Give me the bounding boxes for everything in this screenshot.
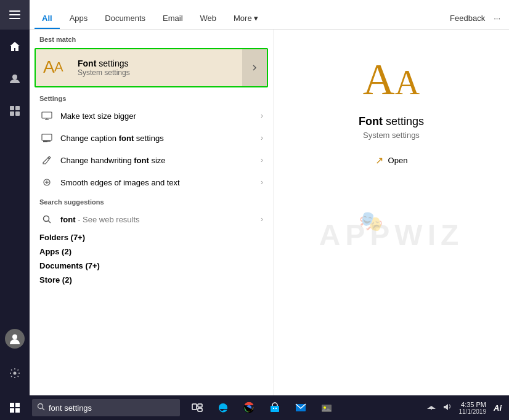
tab-all[interactable]: All: [35, 9, 60, 29]
result-arrow-4: ›: [261, 178, 263, 187]
taskbar-volume-icon[interactable]: [441, 403, 454, 413]
svg-rect-1: [9, 14, 20, 15]
taskbar-network-icon[interactable]: [425, 403, 438, 413]
preview-subtitle: System settings: [363, 131, 420, 140]
svg-rect-35: [273, 408, 274, 409]
category-folders[interactable]: Folders (7+): [30, 230, 273, 244]
feedback-button[interactable]: Feedback: [450, 14, 485, 23]
svg-rect-2: [9, 18, 20, 19]
more-button[interactable]: ···: [490, 12, 504, 24]
category-documents[interactable]: Documents (7+): [30, 259, 273, 273]
result-arrow-2: ›: [261, 134, 263, 142]
open-button[interactable]: ↗ Open: [375, 155, 408, 166]
taskbar-mail[interactable]: [288, 395, 313, 420]
tabs-right: Feedback ···: [450, 12, 504, 29]
svg-rect-27: [15, 408, 20, 413]
tab-documents[interactable]: Documents: [97, 9, 153, 29]
taskbar-photos[interactable]: [314, 395, 339, 420]
svg-rect-6: [10, 111, 14, 116]
best-match-arrow[interactable]: [242, 49, 267, 86]
smooth-edges-text: Smooth edges of images and text: [60, 178, 261, 187]
tab-apps[interactable]: Apps: [62, 9, 96, 29]
sidebar-user-icon[interactable]: [0, 64, 30, 94]
taskbar-ai-label[interactable]: Ai: [491, 403, 504, 413]
category-store[interactable]: Store (2): [30, 273, 273, 287]
taskbar-time[interactable]: 4:35 PM 11/1/2019: [457, 401, 489, 415]
svg-point-9: [14, 372, 17, 375]
tabs-bar: All Apps Documents Email Web More ▾ Feed…: [30, 0, 509, 30]
svg-rect-5: [15, 106, 20, 110]
tab-more[interactable]: More ▾: [226, 9, 266, 29]
sidebar: [0, 0, 30, 420]
taskbar-apps: [185, 395, 339, 420]
main-area: All Apps Documents Email Web More ▾ Feed…: [30, 0, 509, 420]
taskbar: font settings: [0, 395, 509, 420]
result-handwriting-font[interactable]: Change handwriting font size ›: [30, 149, 273, 171]
svg-point-22: [44, 216, 49, 222]
monitor-icon: [39, 108, 54, 123]
content-area: Best match A A Font settings System sett…: [30, 30, 509, 420]
tab-web[interactable]: Web: [193, 9, 224, 29]
svg-point-3: [12, 75, 17, 79]
caption-font-text: Change caption font settings: [60, 134, 261, 143]
result-arrow-1: ›: [261, 111, 263, 120]
user-avatar: [5, 329, 25, 349]
make-text-bigger-text: Make text size bigger: [60, 111, 261, 121]
result-smooth-edges[interactable]: Smooth edges of images and text ›: [30, 171, 273, 193]
svg-text:A: A: [54, 59, 63, 75]
font-settings-icon: A A: [36, 49, 73, 86]
svg-rect-26: [10, 408, 14, 413]
search-icon: [39, 212, 54, 227]
svg-rect-30: [192, 404, 197, 410]
taskbar-edge[interactable]: [211, 395, 235, 420]
svg-point-28: [38, 404, 43, 409]
result-arrow-3: ›: [261, 156, 263, 164]
taskbar-search-text: font settings: [49, 403, 92, 413]
sidebar-apps-icon[interactable]: [0, 96, 30, 126]
taskbar-chrome[interactable]: [237, 395, 261, 420]
best-match-item[interactable]: A A Font settings System settings: [35, 48, 268, 87]
best-match-label: Best match: [30, 30, 273, 46]
result-make-text-bigger[interactable]: Make text size bigger ›: [30, 105, 273, 127]
taskbar-task-view[interactable]: [185, 395, 210, 420]
svg-rect-25: [15, 403, 20, 407]
category-apps[interactable]: Apps (2): [30, 244, 273, 259]
open-label[interactable]: Open: [388, 156, 408, 165]
svg-line-23: [49, 221, 51, 224]
taskbar-left: font settings: [0, 395, 180, 420]
best-match-text: Font settings System settings: [73, 54, 242, 82]
taskbar-store[interactable]: [263, 395, 287, 420]
taskbar-search-icon: [37, 403, 45, 413]
sidebar-home-icon[interactable]: [0, 32, 30, 62]
svg-rect-13: [42, 112, 52, 118]
open-icon: ↗: [375, 155, 383, 166]
best-match-title: Font settings: [78, 59, 237, 68]
watermark-face-icon: 🎭: [359, 209, 383, 233]
sidebar-avatar[interactable]: [0, 326, 30, 356]
svg-rect-32: [198, 408, 202, 411]
result-caption-font[interactable]: Change caption font settings ›: [30, 127, 273, 149]
start-button[interactable]: [0, 395, 30, 420]
smooth-icon: [39, 175, 54, 190]
suggestion-arrow: ›: [261, 215, 263, 224]
sidebar-menu-button[interactable]: [0, 0, 30, 30]
svg-point-8: [12, 334, 17, 339]
svg-rect-0: [9, 10, 20, 12]
svg-rect-16: [42, 134, 52, 140]
handwriting-font-text: Change handwriting font size: [60, 156, 261, 165]
pen-icon: [39, 153, 54, 168]
taskbar-search-box[interactable]: font settings: [32, 399, 180, 416]
svg-rect-7: [15, 111, 20, 116]
svg-text:A: A: [43, 58, 55, 76]
sidebar-settings-icon[interactable]: [0, 358, 30, 388]
suggestion-font[interactable]: font - See web results ›: [30, 208, 273, 230]
svg-rect-24: [10, 403, 14, 407]
preview-font-icon: AA: [363, 54, 420, 105]
caption-icon: [39, 131, 54, 145]
svg-line-29: [43, 408, 45, 411]
watermark: APPWIZ: [319, 218, 464, 252]
svg-rect-34: [271, 406, 279, 412]
best-match-subtitle: System settings: [78, 68, 237, 77]
suggestions-label: Search suggestions: [30, 193, 273, 208]
tab-email[interactable]: Email: [155, 9, 190, 29]
